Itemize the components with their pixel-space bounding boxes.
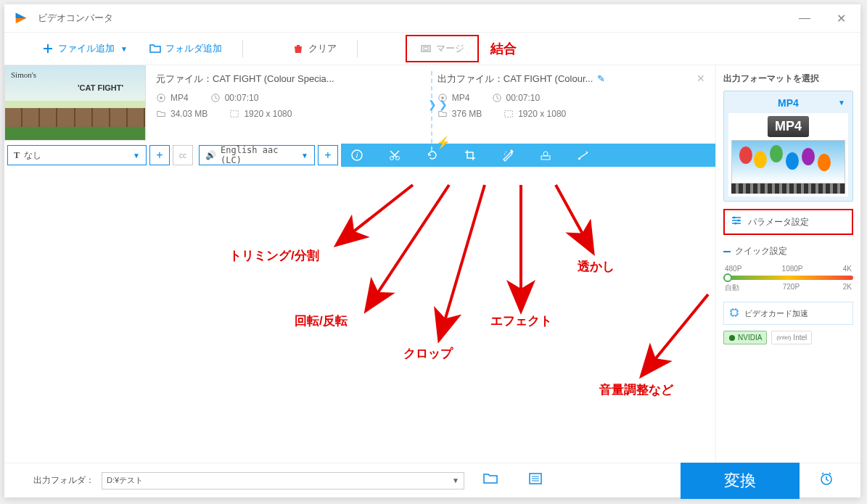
folder-icon <box>149 43 161 54</box>
hardware-accel-button[interactable]: ビデオカード加速 <box>723 302 853 325</box>
svg-point-16 <box>734 217 736 219</box>
source-duration: 00:07:10 <box>210 93 259 103</box>
quality-slider[interactable]: 480P 1080P 4K 自動 720P 2K <box>723 265 853 293</box>
bolt-icon: ⚡ <box>436 136 451 149</box>
clear-button[interactable]: クリア <box>284 38 345 59</box>
app-logo: ビデオコンバータ <box>13 10 113 26</box>
subtitle-select[interactable]: T なし ▼ <box>7 145 147 165</box>
settings-icon <box>731 215 742 229</box>
remove-file-button[interactable]: ✕ <box>697 73 705 84</box>
open-folder-button[interactable] <box>472 469 509 492</box>
schedule-button[interactable] <box>807 466 846 495</box>
format-preview: MP4 <box>728 113 848 197</box>
add-file-button[interactable]: ファイル追加 ▼ <box>33 38 136 59</box>
svg-rect-5 <box>231 111 239 117</box>
quality-4k: 4K <box>843 265 852 273</box>
merge-button-highlight: マージ <box>406 35 479 62</box>
hw-accel-label: ビデオカード加速 <box>744 308 808 319</box>
source-format: MP4 <box>156 93 189 103</box>
slider-knob[interactable] <box>723 273 732 282</box>
output-file-name: 出力ファイル：CAT FIGHT (Colour...✎ <box>437 73 686 86</box>
source-file-name: 元ファイル：CAT FIGHT (Colour Specia... <box>156 73 419 86</box>
titlebar: ビデオコンバータ — ✕ <box>4 4 860 32</box>
quality-2k: 2K <box>843 283 852 293</box>
trash-icon <box>292 43 304 54</box>
svg-point-17 <box>738 220 740 222</box>
chevron-down-icon: ▼ <box>452 476 459 484</box>
svg-rect-1 <box>424 47 428 50</box>
chevron-down-icon: ▼ <box>133 152 140 160</box>
subtitle-value: なし <box>24 149 41 162</box>
video-thumbnail[interactable]: Simon's 'CAT FIGHT' <box>4 65 146 141</box>
toolbar: ファイル追加 ▼ フォルダ追加 クリア マージ 結合 <box>4 32 860 65</box>
chip-icon <box>728 307 740 320</box>
add-file-label: ファイル追加 <box>58 42 115 55</box>
intel-badge: (intel)Intel <box>771 331 812 344</box>
source-size: 34.03 MB <box>156 109 207 119</box>
svg-rect-19 <box>731 310 737 315</box>
source-resolution: 1920 x 1080 <box>229 109 292 119</box>
chevron-down-icon[interactable]: ▼ <box>120 45 128 53</box>
bottom-bar: 出力フォルダ： D:¥テスト ▼ 変換 <box>4 463 860 497</box>
clear-label: クリア <box>308 42 337 55</box>
right-panel: 出力フォーマットを選択 MP4▼ MP4 <box>715 65 860 463</box>
quality-480p: 480P <box>725 265 741 273</box>
add-folder-label: フォルダ追加 <box>165 42 222 55</box>
edit-name-button[interactable]: ✎ <box>597 73 605 84</box>
format-selector[interactable]: MP4▼ MP4 <box>723 91 853 202</box>
window-controls: — ✕ <box>793 9 852 28</box>
format-badge: MP4 <box>768 116 809 137</box>
arrow-icon: ❯ ❯ <box>428 99 448 110</box>
logo-icon <box>13 10 29 26</box>
thumb-author: Simon's <box>11 70 36 79</box>
output-path: D:¥テスト <box>107 475 143 486</box>
quality-1080p: 1080P <box>782 265 803 273</box>
app-title: ビデオコンバータ <box>38 12 113 25</box>
plus-icon <box>42 43 54 54</box>
quality-720p: 720P <box>783 283 800 293</box>
param-settings-label: パラメータ設定 <box>748 216 809 228</box>
svg-rect-0 <box>422 46 430 51</box>
format-name: MP4 <box>778 97 799 109</box>
quick-settings-title: クイック設定 <box>723 245 853 257</box>
nvidia-badge: NVIDIA <box>723 331 767 344</box>
merge-label: マージ <box>436 42 464 55</box>
output-resolution: 1920 x 1080 <box>504 109 566 119</box>
annotation-merge: 結合 <box>490 40 517 57</box>
merge-button[interactable]: マージ <box>411 38 473 59</box>
svg-point-20 <box>729 335 735 341</box>
close-button[interactable]: ✕ <box>831 9 852 28</box>
output-folder-select[interactable]: D:¥テスト ▼ <box>102 472 464 489</box>
svg-point-3 <box>160 96 163 99</box>
output-duration: 00:07:10 <box>492 93 541 103</box>
list-button[interactable] <box>517 469 554 492</box>
parameter-settings-button[interactable]: パラメータ設定 <box>723 209 853 235</box>
output-folder-label: 出力フォルダ： <box>33 474 94 487</box>
svg-point-18 <box>735 223 737 225</box>
thumb-title-text: 'CAT FIGHT' <box>78 83 123 92</box>
convert-button[interactable]: 変換 <box>681 463 800 499</box>
chevron-down-icon: ▼ <box>838 99 845 107</box>
svg-rect-9 <box>505 111 513 117</box>
minimize-button[interactable]: — <box>793 9 816 28</box>
quality-auto: 自動 <box>725 283 739 293</box>
output-size: 376 MB <box>437 109 482 119</box>
format-panel-title: 出力フォーマットを選択 <box>723 73 853 85</box>
add-folder-button[interactable]: フォルダ追加 <box>141 38 231 59</box>
merge-icon <box>420 43 432 54</box>
